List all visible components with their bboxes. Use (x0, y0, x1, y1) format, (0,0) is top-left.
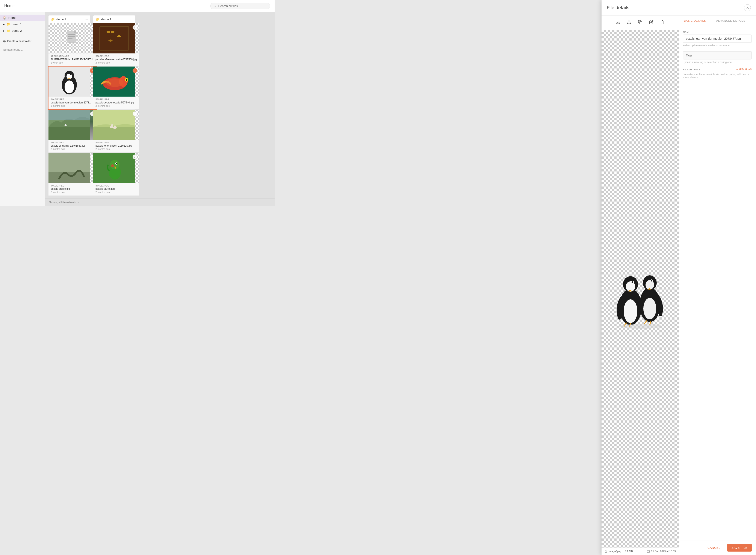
svg-point-43 (111, 164, 114, 167)
plus-circle-icon: ⊕ (3, 39, 6, 43)
column-title2: demo 1 (101, 17, 112, 21)
file-thumbnail (93, 67, 139, 96)
file-thumbnail (48, 24, 96, 53)
highland-thumb (48, 110, 90, 140)
file-checkbox[interactable]: ✓ (133, 155, 137, 159)
more-options-icon[interactable]: ⋯ (85, 17, 88, 21)
list-item[interactable]: ✓ IMAGE/JPEG pexels-snake.jpg 2 months a… (48, 153, 96, 196)
file-info: IMAGE/JPEG pexels-till-daling-12461880.j… (48, 140, 96, 153)
app-header: Home (0, 0, 275, 12)
svg-rect-4 (68, 36, 75, 37)
sidebar-demo1-label: demo 1 (12, 23, 22, 26)
file-date: 2 months ago (95, 104, 137, 107)
file-info: IMAGE/JPEG pexels-rafael-cerqueira-47375… (93, 53, 139, 66)
file-name: pexels-george-lebada-567540.jpg (95, 101, 137, 104)
list-item[interactable]: ✓ IMAGE/JPEG pexels-parrot.jpg 2 months … (93, 153, 139, 196)
svg-point-28 (126, 79, 127, 81)
file-thumbnail (93, 153, 139, 183)
list-item[interactable]: ✓ IMAGE/JPEG pexels-jean-van-der-meulen-… (48, 67, 96, 109)
list-item[interactable]: ✓ IMAGE/JPEG pexels-rafael-cerqueira-473… (93, 24, 139, 66)
svg-point-13 (70, 74, 71, 75)
file-grid-demo2: ✓ APPLICATION/ZIP 8lpl2f9lj-WEBINY_PAGE_… (48, 24, 90, 196)
svg-point-0 (214, 5, 216, 7)
sidebar-item-home[interactable]: 🏠 Home (0, 14, 45, 21)
file-date: 2 months ago (95, 191, 137, 194)
sidebar-item-demo2[interactable]: ▶ 📁 demo 2 (0, 28, 45, 34)
svg-point-9 (64, 81, 74, 93)
file-type: IMAGE/JPEG (51, 141, 94, 144)
file-type: IMAGE/JPEG (95, 55, 137, 57)
arrow-right-icon: ▶ (3, 23, 5, 26)
create-folder-button[interactable]: ⊕ Create a new folder (0, 38, 45, 45)
butterflies-thumb (93, 24, 135, 53)
rabbits-thumb (93, 110, 135, 140)
file-checkbox[interactable]: ✓ (133, 68, 137, 73)
svg-rect-3 (68, 34, 75, 35)
svg-point-35 (114, 126, 116, 128)
file-type: IMAGE/JPEG (51, 184, 94, 187)
file-type: IMAGE/JPEG (51, 98, 94, 101)
svg-point-17 (65, 124, 66, 125)
file-info: IMAGE/JPEG pexels-lone-jensen-2156310.jp… (93, 140, 139, 153)
file-name: pexels-lone-jensen-2156310.jpg (95, 144, 137, 147)
column-header-demo1: 📁 demo 1 ⋯ (93, 15, 135, 24)
file-info: IMAGE/JPEG pexels-jean-van-der-meulen-20… (48, 96, 96, 109)
file-name: pexels-parrot.jpg (95, 187, 137, 190)
file-name: pexels-rafael-cerqueira-4737508.jpg (95, 58, 137, 61)
file-info: IMAGE/JPEG pexels-snake.jpg 2 months ago (48, 183, 96, 196)
search-bar[interactable] (210, 3, 270, 9)
file-name: pexels-till-daling-12461880.jpg (51, 144, 94, 147)
folder-icon-header: 📁 (51, 17, 55, 21)
parrot-thumb (93, 153, 135, 183)
folder-icon-demo1: 📁 (6, 23, 10, 26)
list-item[interactable]: ✓ IMAGE/JPEG pexels-lone-jensen-2156310.… (93, 110, 139, 153)
svg-point-29 (106, 78, 123, 87)
list-item[interactable]: ✓ IMAGE/JPEG pexels-george-lebada-567540… (93, 67, 139, 109)
svg-rect-20 (48, 172, 90, 183)
main-layout: 🏠 Home ▶ 📁 demo 1 ▶ 📁 demo 2 ⊕ Create a … (0, 12, 275, 206)
svg-point-40 (110, 160, 120, 169)
sidebar-home-label: Home (8, 16, 16, 19)
file-thumbnail (93, 24, 139, 53)
file-type: IMAGE/JPEG (95, 184, 137, 187)
column-header-demo2: 📁 demo 2 ⋯ (48, 15, 90, 24)
content-area: 📁 demo 2 ⋯ (45, 12, 275, 199)
create-folder-label: Create a new folder (7, 40, 31, 43)
home-icon: 🏠 (3, 16, 7, 19)
file-checkbox[interactable]: ✓ (133, 25, 137, 30)
page-title: Home (4, 4, 14, 8)
sidebar-item-demo1[interactable]: ▶ 📁 demo 1 (0, 21, 45, 28)
svg-rect-31 (93, 127, 135, 140)
svg-rect-18 (48, 110, 90, 120)
no-tags-label: No tags found... (0, 45, 45, 55)
file-name: pexels-jean-van-der-meulen-2078... (51, 101, 94, 104)
file-grid-demo1: ✓ IMAGE/JPEG pexels-rafael-cerqueira-473… (93, 24, 135, 196)
file-type: IMAGE/JPEG (95, 141, 137, 144)
file-name: 8lpl2f9lj-WEBINY_PAGE_EXPORT.zip (51, 58, 94, 61)
svg-rect-15 (48, 127, 90, 140)
svg-rect-5 (68, 38, 73, 39)
penguin-thumb (48, 67, 90, 96)
file-column-demo2: 📁 demo 2 ⋯ (48, 15, 90, 195)
file-thumbnail (93, 110, 139, 140)
svg-rect-6 (74, 31, 76, 33)
sidebar-divider (0, 36, 45, 36)
column-title: demo 2 (56, 17, 66, 21)
file-checkbox[interactable]: ✓ (133, 112, 137, 116)
list-item[interactable]: ✓ APPLICATION/ZIP 8lpl2f9lj-WEBINY_PAGE_… (48, 24, 96, 66)
file-type: IMAGE/JPEG (95, 98, 137, 101)
file-date: 2 months ago (51, 191, 94, 194)
file-info: IMAGE/JPEG pexels-george-lebada-567540.j… (93, 96, 139, 109)
list-item[interactable]: ✓ IMAGE/JPEG pexels-till-daling-12461880… (48, 110, 96, 153)
svg-line-1 (216, 6, 216, 7)
content-footer: Showing all file extensions. (45, 199, 275, 206)
search-input[interactable] (218, 4, 267, 8)
file-type: APPLICATION/ZIP (51, 55, 94, 57)
more-options-icon2[interactable]: ⋯ (130, 17, 133, 21)
file-thumbnail (48, 67, 96, 96)
file-date: 2 months ago (51, 104, 94, 107)
file-thumbnail (48, 110, 96, 140)
svg-rect-37 (112, 124, 113, 126)
file-info: IMAGE/JPEG pexels-parrot.jpg 2 months ag… (93, 183, 139, 196)
snake-thumb (48, 153, 90, 183)
